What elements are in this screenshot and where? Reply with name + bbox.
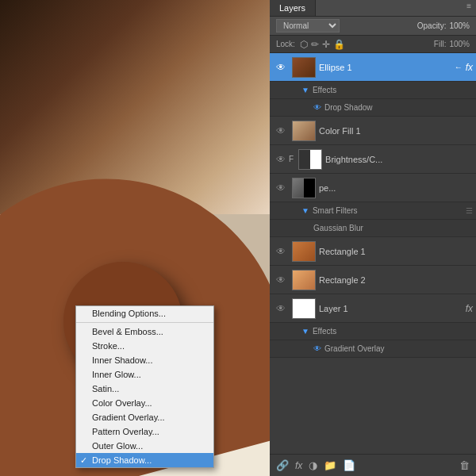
- menu-item-outer-glow[interactable]: Outer Glow...: [76, 439, 213, 453]
- menu-divider: [76, 322, 213, 323]
- new-layer-button[interactable]: 📄: [343, 459, 355, 471]
- visibility-rectangle2[interactable]: 👁: [273, 274, 289, 286]
- menu-item-inner-glow[interactable]: Inner Glow...: [76, 367, 213, 382]
- layer-name-rectangle2: Rectangle 2: [319, 275, 473, 285]
- effects-label-layer1: Effects: [313, 327, 336, 336]
- menu-item-gradient-overlay[interactable]: Gradient Overlay...: [76, 410, 213, 424]
- fx-button[interactable]: fx: [295, 460, 302, 471]
- fx-icon-layer1: fx: [466, 303, 473, 314]
- visibility-brightness[interactable]: 👁: [273, 154, 289, 165]
- opacity-label: Opacity:: [417, 21, 447, 30]
- smart-filters-icon: ▼: [301, 206, 309, 215]
- panel-options-button[interactable]: ≡: [462, 0, 476, 16]
- effects-row-layer1: ▼ Effects: [270, 323, 476, 340]
- arrow-icon-ellipse1: ←: [455, 63, 463, 71]
- layer-name-ellipse1: Ellipse 1: [319, 63, 451, 72]
- blend-opacity-row: Normal Opacity: 100%: [270, 17, 476, 36]
- drop-shadow-effect-row[interactable]: 👁 Drop Shadow: [270, 99, 476, 117]
- canvas-area: Blending Options... Bevel & Emboss... St…: [0, 0, 270, 476]
- smart-filters-label: Smart Filters: [313, 206, 358, 215]
- lock-icons: ⬡ ✏ ✛ 🔒: [300, 39, 345, 50]
- layers-bottom-bar: 🔗 fx ◑ 📁 📄 🗑: [270, 454, 476, 476]
- gradient-overlay-label: Gradient Overlay: [324, 344, 385, 353]
- menu-item-drop-shadow[interactable]: Drop Shadow...: [76, 453, 213, 467]
- layer-name-colorfill1: Color Fill 1: [319, 126, 473, 136]
- visibility-smart[interactable]: 👁: [273, 182, 289, 194]
- layers-panel: Layers ≡ Normal Opacity: 100% Lock: ⬡ ✏ …: [270, 0, 476, 476]
- opacity-section: Opacity: 100%: [417, 21, 470, 30]
- effects-label: Effects: [313, 86, 336, 94]
- menu-item-inner-shadow[interactable]: Inner Shadow...: [76, 353, 213, 367]
- tab-layers[interactable]: Layers: [270, 0, 316, 16]
- layer-name-rectangle1: Rectangle 1: [319, 247, 473, 256]
- visibility-rectangle1[interactable]: 👁: [273, 246, 289, 257]
- filter-icon: F: [289, 155, 294, 163]
- effects-expand-icon-layer1: ▼: [301, 327, 309, 336]
- thumbnail-smart: [292, 178, 316, 198]
- group-button[interactable]: 📁: [324, 459, 336, 471]
- main-container: Blending Options... Bevel & Emboss... St…: [0, 0, 476, 476]
- gradient-overlay-effect-row[interactable]: 👁 Gradient Overlay: [270, 340, 476, 358]
- thumbnail-layer1: [292, 298, 316, 319]
- lock-fill-row: Lock: ⬡ ✏ ✛ 🔒 Fill: 100%: [270, 36, 476, 53]
- gradient-overlay-visibility-icon[interactable]: 👁: [313, 344, 321, 353]
- effects-row-ellipse1: ▼ Effects: [270, 82, 476, 99]
- menu-item-blending-options[interactable]: Blending Options...: [76, 306, 213, 321]
- thumbnail-ellipse1: [292, 57, 316, 78]
- lock-transparent-icon[interactable]: ⬡: [300, 39, 308, 50]
- lock-move-icon[interactable]: ✛: [322, 39, 330, 50]
- mask-smart: [304, 178, 315, 198]
- layer-row-ellipse1[interactable]: 👁 Ellipse 1 ← fx: [270, 53, 476, 82]
- opacity-value: 100%: [449, 21, 470, 30]
- layer-row-brightness[interactable]: 👁 F Brightness/C...: [270, 145, 476, 174]
- layer-row-colorfill1[interactable]: 👁 Color Fill 1: [270, 117, 476, 145]
- layer-row-rectangle1[interactable]: 👁 Rectangle 1: [270, 237, 476, 266]
- gaussian-blur-row[interactable]: Gaussian Blur: [270, 220, 476, 237]
- visibility-layer1[interactable]: 👁: [273, 303, 289, 314]
- effects-icon: ▼: [301, 86, 309, 94]
- layer-name-layer1: Layer 1: [319, 304, 463, 313]
- thumbnail-rectangle1: [292, 241, 316, 262]
- menu-item-stroke[interactable]: Stroke...: [76, 339, 213, 353]
- layer-row-layer1[interactable]: 👁 Layer 1 fx: [270, 294, 476, 323]
- layer-name-brightness: Brightness/C...: [325, 155, 473, 164]
- adjustment-button[interactable]: ◑: [309, 459, 317, 471]
- effect-visibility-icon[interactable]: 👁: [313, 103, 321, 112]
- lock-all-icon[interactable]: 🔒: [333, 39, 345, 50]
- thumbnail-rectangle2: [292, 270, 316, 290]
- visibility-colorfill1[interactable]: 👁: [273, 125, 289, 136]
- fill-section: Fill: 100%: [434, 40, 470, 48]
- lock-paint-icon[interactable]: ✏: [311, 39, 319, 50]
- thumbnail-colorfill1: [292, 121, 316, 141]
- fill-label: Fill:: [434, 40, 447, 48]
- thumbnail-brightness: [298, 149, 322, 170]
- gaussian-blur-label: Gaussian Blur: [313, 224, 363, 232]
- panel-tab-bar: Layers ≡: [270, 0, 476, 17]
- link-button[interactable]: 🔗: [276, 459, 289, 471]
- menu-item-satin[interactable]: Satin...: [76, 382, 213, 396]
- fx-icon-ellipse1: fx: [466, 62, 473, 73]
- smart-filters-options-icon: ☰: [466, 206, 473, 215]
- menu-item-color-overlay[interactable]: Color Overlay...: [76, 396, 213, 410]
- layer-row-smart[interactable]: 👁 pe...: [270, 174, 476, 202]
- fill-value: 100%: [449, 40, 470, 48]
- smart-filters-row: ▼ Smart Filters ☰: [270, 202, 476, 220]
- menu-item-pattern-overlay[interactable]: Pattern Overlay...: [76, 424, 213, 439]
- context-menu: Blending Options... Bevel & Emboss... St…: [75, 305, 214, 468]
- blend-mode-select[interactable]: Normal: [276, 19, 340, 33]
- delete-button[interactable]: 🗑: [459, 459, 470, 471]
- visibility-ellipse1[interactable]: 👁: [273, 62, 289, 73]
- menu-item-bevel-emboss[interactable]: Bevel & Emboss...: [76, 324, 213, 339]
- lock-label: Lock:: [276, 40, 295, 48]
- layer-name-smart: pe...: [319, 183, 473, 193]
- layers-list: 👁 Ellipse 1 ← fx ▼ Effects 👁 Drop Shadow…: [270, 53, 476, 454]
- layer-row-rectangle2[interactable]: 👁 Rectangle 2: [270, 266, 476, 294]
- drop-shadow-label: Drop Shadow: [324, 103, 373, 112]
